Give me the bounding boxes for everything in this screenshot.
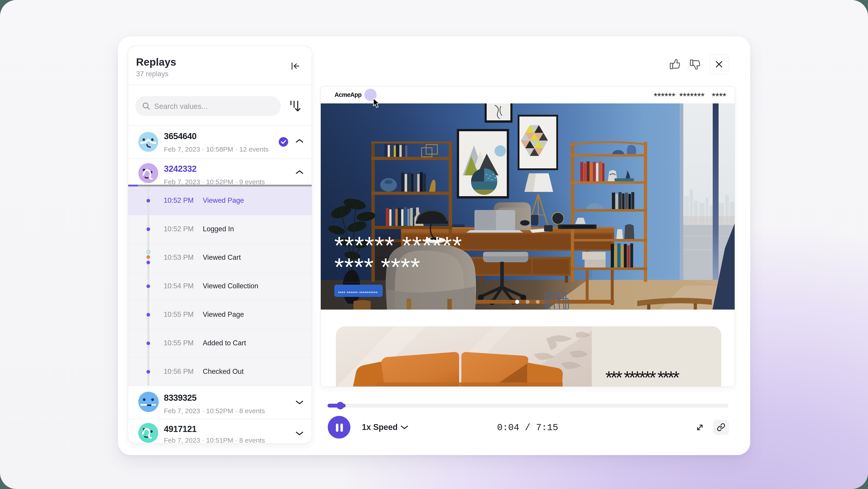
svg-text:**** ****: **** **** (334, 253, 420, 281)
svg-text:*** ****** ****: *** ****** **** (605, 368, 680, 387)
svg-text:**** ****** **********: **** ****** ********** (338, 290, 377, 295)
